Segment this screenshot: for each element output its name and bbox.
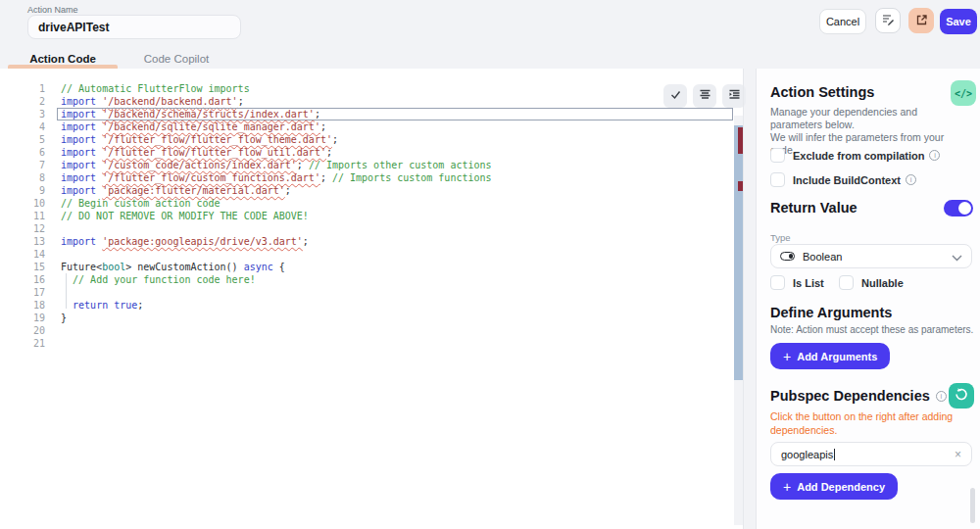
line-number: 5 xyxy=(0,133,45,146)
define-arguments-title: Define Arguments xyxy=(770,305,892,320)
divider xyxy=(743,69,744,529)
code-line[interactable]: 7import '/custom_code/actions/index.dart… xyxy=(0,159,733,171)
code-line[interactable]: 14 xyxy=(0,248,733,261)
code-line[interactable]: 16 // Add your function code here! xyxy=(0,273,733,286)
add-arguments-button[interactable]: + Add Arguments xyxy=(770,343,890,369)
open-external-icon xyxy=(915,14,928,28)
code-lines: 1// Automatic FlutterFlow imports2import… xyxy=(0,82,733,350)
code-line[interactable]: 8import '/flutter_flow/custom_functions.… xyxy=(0,171,733,184)
code-content: // Automatic FlutterFlow imports xyxy=(45,82,733,95)
line-number: 15 xyxy=(0,261,45,273)
code-content: import '/backend/schema/structs/index.da… xyxy=(57,108,733,120)
code-content: // Begin custom action code xyxy=(45,197,733,210)
line-number: 19 xyxy=(0,312,45,324)
code-line[interactable]: 4import '/backend/sqlite/sqlite_manager.… xyxy=(0,120,733,133)
save-button[interactable]: Save xyxy=(940,9,977,34)
code-content: import '/custom_code/actions/index.dart'… xyxy=(45,159,733,171)
code-content: import '/flutter_flow/flutter_flow_util.… xyxy=(45,146,733,159)
code-content: import '/flutter_flow/custom_functions.d… xyxy=(45,171,733,184)
tab-code-copilot[interactable]: Code Copilot xyxy=(127,49,225,69)
code-line[interactable]: 5import '/flutter_flow/flutter_flow_them… xyxy=(0,133,733,146)
chevron-down-icon xyxy=(952,248,962,265)
action-name-label: Action Name xyxy=(27,5,78,15)
line-number: 9 xyxy=(0,184,45,197)
code-editor[interactable]: 1// Automatic FlutterFlow imports2import… xyxy=(0,69,743,529)
code-line[interactable]: 11// DO NOT REMOVE OR MODIFY THE CODE AB… xyxy=(0,210,733,222)
code-line[interactable]: 18 return true; xyxy=(0,299,733,312)
text-caret xyxy=(834,449,835,460)
dependency-value: googleapis xyxy=(781,449,833,460)
return-type-select[interactable]: Boolean xyxy=(770,244,972,268)
open-external-button[interactable] xyxy=(908,8,934,33)
indent-icon xyxy=(728,87,741,105)
plus-icon: + xyxy=(783,349,791,364)
checkbox[interactable] xyxy=(839,275,854,290)
indent-guide xyxy=(66,273,67,309)
view-code-button[interactable]: </> xyxy=(951,80,976,106)
code-icon: </> xyxy=(955,88,972,99)
code-line[interactable]: 19} xyxy=(0,312,733,324)
check-icon xyxy=(669,87,682,105)
code-content: import 'package:flutter/material.dart'; xyxy=(45,184,733,197)
cancel-button[interactable]: Cancel xyxy=(819,9,866,34)
code-content xyxy=(45,286,733,299)
info-icon[interactable]: i xyxy=(906,174,916,185)
arguments-note: Note: Action must accept these as parame… xyxy=(770,324,973,335)
code-line[interactable]: 9import 'package:flutter/material.dart'; xyxy=(0,184,733,197)
add-dependency-button[interactable]: + Add Dependency xyxy=(770,473,898,500)
line-number: 16 xyxy=(0,273,45,286)
checkbox[interactable] xyxy=(770,172,785,187)
return-value-title: Return Value xyxy=(770,200,858,216)
refresh-dependencies-button[interactable] xyxy=(949,383,974,409)
code-line[interactable]: 3import '/backend/schema/structs/index.d… xyxy=(0,108,733,120)
code-line[interactable]: 20 xyxy=(0,324,733,337)
pubspec-title: Pubspec Dependencies i xyxy=(770,388,947,404)
code-line[interactable]: 12 xyxy=(0,222,733,235)
line-number: 20 xyxy=(0,324,45,337)
line-number: 3 xyxy=(0,108,45,120)
format-code-icon xyxy=(881,13,895,28)
line-number: 12 xyxy=(0,222,45,235)
code-content: import '/flutter_flow/flutter_flow_theme… xyxy=(45,133,733,146)
info-icon[interactable]: i xyxy=(936,391,947,402)
line-number: 14 xyxy=(0,248,45,261)
action-name-input[interactable]: driveAPITest xyxy=(27,15,241,39)
pubspec-warning: Click the button on the right after addi… xyxy=(770,409,966,437)
format-code-button[interactable] xyxy=(875,8,901,33)
code-line[interactable]: 10// Begin custom action code xyxy=(0,197,733,210)
include-buildcontext-checkbox[interactable]: Include BuildContext i xyxy=(770,172,916,187)
exclude-compilation-checkbox[interactable]: Exclude from compilation i xyxy=(770,148,940,163)
return-value-toggle[interactable] xyxy=(944,200,973,216)
panel-scrollbar-thumb[interactable] xyxy=(970,488,975,523)
code-content: import '/backend/sqlite/sqlite_manager.d… xyxy=(45,120,733,133)
is-list-checkbox[interactable]: Is List xyxy=(770,275,824,290)
checkbox[interactable] xyxy=(770,148,785,163)
code-line[interactable]: 6import '/flutter_flow/flutter_flow_util… xyxy=(0,146,733,159)
line-number: 1 xyxy=(0,82,45,95)
checkbox[interactable] xyxy=(770,275,785,290)
code-line[interactable]: 17 xyxy=(0,286,733,299)
code-line[interactable]: 15Future<bool> newCustomAction() async { xyxy=(0,261,733,273)
clear-icon[interactable]: × xyxy=(955,448,961,461)
code-content: // DO NOT REMOVE OR MODIFY THE CODE ABOV… xyxy=(45,210,733,222)
code-line[interactable]: 2import '/backend/backend.dart'; xyxy=(0,95,733,108)
line-number: 21 xyxy=(0,337,45,350)
validate-code-button[interactable] xyxy=(663,84,687,108)
line-number: 10 xyxy=(0,197,45,210)
editor-scrollbar-thumb[interactable] xyxy=(734,125,743,380)
line-number: 17 xyxy=(0,286,45,299)
info-icon[interactable]: i xyxy=(929,150,940,161)
nullable-checkbox[interactable]: Nullable xyxy=(839,275,904,290)
action-settings-title: Action Settings xyxy=(770,84,874,100)
align-center-button[interactable] xyxy=(693,84,716,108)
code-content: } xyxy=(45,312,733,324)
code-content xyxy=(45,337,733,350)
code-content xyxy=(45,222,733,235)
action-name-value: driveAPITest xyxy=(38,21,109,34)
code-content: // Add your function code here! xyxy=(45,273,733,286)
code-line[interactable]: 21 xyxy=(0,337,733,350)
code-line[interactable]: 1// Automatic FlutterFlow imports xyxy=(0,82,733,95)
code-line[interactable]: 13import 'package:googleapis/drive/v3.da… xyxy=(0,235,733,248)
dependency-input[interactable]: googleapis × xyxy=(770,442,972,466)
boolean-type-icon xyxy=(780,252,795,261)
